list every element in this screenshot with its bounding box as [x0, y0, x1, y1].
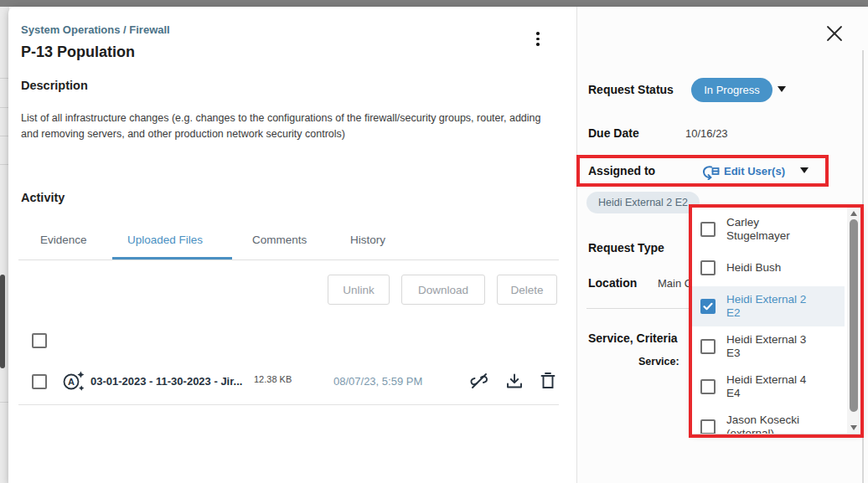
unlink-button[interactable]: Unlink [328, 275, 390, 305]
file-row-divider [18, 404, 559, 405]
location-label: Location [588, 276, 637, 290]
edit-users-icon[interactable] [701, 165, 720, 183]
user-option-heidi-bush[interactable]: Heidi Bush [692, 249, 845, 286]
background-row-line [0, 78, 8, 79]
checkbox-unchecked-icon[interactable] [700, 339, 716, 354]
tab-uploaded-files[interactable]: Uploaded Files [127, 234, 203, 246]
file-name[interactable]: 03-01-2023 - 11-30-2023 - Jir... [90, 375, 242, 388]
user-option-jason-kosecki[interactable]: Jason Kosecki (external) [692, 407, 845, 434]
download-file-icon[interactable] [506, 373, 523, 393]
due-date-value[interactable]: 10/16/23 [685, 127, 728, 140]
page-title: P-13 Population [21, 44, 135, 61]
file-upload-date: 08/07/23, 5:59 PM [333, 375, 422, 388]
dropdown-scrollbar[interactable] [847, 208, 861, 434]
scroll-up-icon[interactable] [850, 211, 857, 216]
tab-comments[interactable]: Comments [252, 234, 307, 246]
service-criteria-label: Service, Criteria [588, 331, 678, 345]
kebab-menu-icon[interactable] [531, 32, 545, 50]
delete-button[interactable]: Delete [497, 275, 557, 305]
user-option-heidi-external-2[interactable]: Heidi External 2 E2 [692, 286, 845, 326]
request-status-label: Request Status [588, 83, 674, 96]
tab-history[interactable]: History [350, 234, 385, 246]
background-top-strip [0, 0, 868, 7]
dropdown-scrollbar-thumb[interactable] [850, 219, 858, 412]
assignee-dropdown: Carley Stugelmayer Heidi Bush Heidi Exte… [692, 208, 861, 434]
user-option-heidi-external-4[interactable]: Heidi External 4 E4 [692, 367, 845, 407]
status-badge[interactable]: In Progress [691, 78, 772, 102]
user-option-heidi-external-3[interactable]: Heidi External 3 E3 [692, 326, 845, 367]
download-button[interactable]: Download [401, 275, 485, 305]
assignee-option-list: Carley Stugelmayer Heidi Bush Heidi Exte… [692, 209, 845, 434]
delete-file-icon[interactable] [540, 372, 556, 393]
description-text: List of all infrastructure changes (e.g.… [21, 110, 550, 142]
checkbox-checked-icon[interactable] [700, 299, 716, 314]
scroll-down-icon[interactable] [850, 425, 857, 430]
activity-heading: Activity [21, 191, 65, 204]
edit-users-button[interactable]: Edit User(s) [724, 165, 785, 177]
edit-users-caret-icon[interactable] [800, 167, 809, 173]
unlink-file-icon[interactable] [469, 372, 489, 393]
status-caret-icon[interactable] [778, 86, 786, 92]
assigned-to-label: Assigned to [588, 164, 655, 177]
background-row-line [0, 402, 8, 403]
panel-scrollbar[interactable] [862, 50, 864, 483]
auto-label-a-icon: A [62, 370, 87, 397]
location-value[interactable]: Main O [658, 277, 693, 290]
checkbox-unchecked-icon[interactable] [700, 222, 716, 237]
file-row-checkbox[interactable] [32, 374, 47, 389]
background-row-line [0, 164, 8, 165]
tab-evidence[interactable]: Evidence [40, 234, 87, 246]
due-date-label: Due Date [588, 126, 639, 140]
close-icon[interactable] [825, 24, 844, 43]
checkbox-unchecked-icon[interactable] [700, 379, 716, 394]
checkbox-unchecked-icon[interactable] [700, 260, 716, 275]
checkbox-unchecked-icon[interactable] [700, 419, 716, 434]
breadcrumb[interactable]: System Operations / Firewall [21, 23, 170, 36]
service-label: Service: [638, 356, 679, 367]
background-row-line [0, 136, 8, 136]
tabs-divider [18, 259, 559, 260]
file-size: 12.38 KB [254, 374, 292, 384]
request-type-label: Request Type [588, 241, 664, 254]
background-scrollbar-thumb[interactable] [0, 275, 5, 368]
assignee-chip[interactable]: Heidi External 2 E2 [586, 192, 700, 213]
user-option-carley-stugelmayer[interactable]: Carley Stugelmayer [692, 209, 845, 249]
select-all-checkbox[interactable] [32, 333, 47, 348]
svg-text:A: A [68, 377, 75, 387]
screen: System Operations / Firewall P-13 Popula… [0, 0, 868, 483]
background-row-line [0, 107, 8, 108]
description-heading: Description [21, 79, 88, 92]
